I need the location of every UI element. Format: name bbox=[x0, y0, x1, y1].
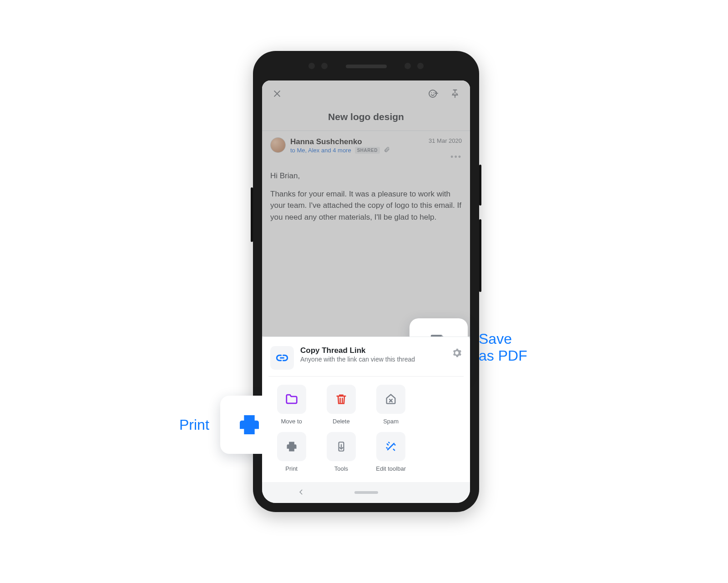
action-sheet: Copy Thread Link Anyone with the link ca… bbox=[262, 337, 470, 482]
link-icon bbox=[270, 346, 294, 370]
action-label: Delete bbox=[333, 418, 350, 425]
more-icon[interactable]: ••• bbox=[450, 146, 462, 162]
action-label: Edit toolbar bbox=[376, 465, 406, 472]
gear-icon[interactable] bbox=[452, 348, 462, 360]
action-label: Move to bbox=[281, 418, 302, 425]
android-navbar bbox=[262, 482, 470, 503]
copy-thread-link-row[interactable]: Copy Thread Link Anyone with the link ca… bbox=[268, 343, 464, 377]
avatar[interactable] bbox=[270, 137, 286, 153]
svg-point-1 bbox=[431, 92, 432, 93]
email-view: New logo design Hanna Sushchenko to Me, … bbox=[262, 80, 470, 337]
action-spam[interactable]: Spam bbox=[370, 385, 412, 425]
shared-badge: SHARED bbox=[355, 147, 380, 154]
message-body: Hi Brian, Thanks for your email. It was … bbox=[262, 166, 470, 229]
back-icon[interactable] bbox=[298, 488, 304, 498]
svg-point-2 bbox=[434, 92, 435, 93]
add-reaction-icon[interactable] bbox=[426, 87, 440, 101]
callout-label-line2: as PDF bbox=[479, 347, 527, 364]
tools-icon bbox=[327, 432, 356, 461]
action-label: Print bbox=[285, 465, 298, 472]
message-header: Hanna Sushchenko to Me, Alex and 4 more … bbox=[262, 131, 470, 166]
message-date: 31 Mar 2020 bbox=[429, 137, 462, 144]
action-print[interactable]: Print bbox=[270, 432, 313, 472]
phone-frame: New logo design Hanna Sushchenko to Me, … bbox=[253, 51, 479, 512]
topbar bbox=[262, 80, 470, 107]
magic-wand-icon bbox=[376, 432, 405, 461]
body-paragraph: Thanks for your email. It was a pleasure… bbox=[270, 188, 462, 223]
pin-icon[interactable] bbox=[448, 87, 462, 101]
email-subject: New logo design bbox=[262, 107, 470, 131]
home-pill[interactable] bbox=[354, 491, 378, 494]
action-label: Spam bbox=[383, 418, 399, 425]
spam-icon bbox=[376, 385, 405, 414]
copy-link-subtitle: Anyone with the link can view this threa… bbox=[300, 355, 419, 364]
close-icon[interactable] bbox=[270, 87, 284, 101]
sender-name: Hanna Sushchenko bbox=[290, 137, 424, 146]
greeting: Hi Brian, bbox=[270, 170, 462, 182]
attachment-icon[interactable] bbox=[384, 146, 390, 154]
action-edit-toolbar[interactable]: Edit toolbar bbox=[370, 432, 412, 472]
printer-icon bbox=[277, 432, 306, 461]
screen: New logo design Hanna Sushchenko to Me, … bbox=[262, 80, 470, 503]
action-label: Tools bbox=[334, 465, 348, 472]
action-move-to[interactable]: Move to bbox=[270, 385, 313, 425]
actions-grid: Move to Delete Spam bbox=[268, 377, 464, 474]
callout-label-line1: Save bbox=[479, 331, 512, 347]
copy-link-title: Copy Thread Link bbox=[300, 346, 445, 355]
action-tools[interactable]: Tools bbox=[320, 432, 362, 472]
folder-icon bbox=[277, 385, 306, 414]
callout-label: Print bbox=[179, 417, 209, 433]
action-delete[interactable]: Delete bbox=[320, 385, 362, 425]
trash-icon bbox=[327, 385, 356, 414]
recipients-line[interactable]: to Me, Alex and 4 more bbox=[290, 147, 351, 154]
